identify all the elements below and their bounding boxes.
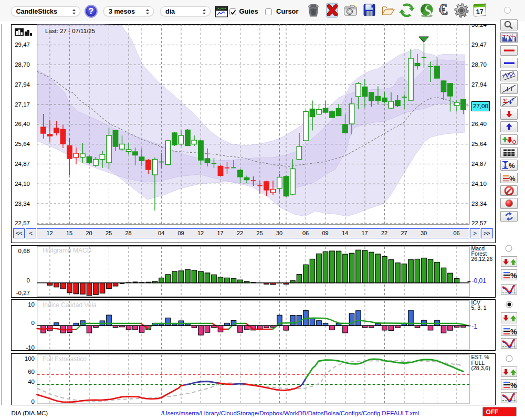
svg-text:%: %	[510, 381, 517, 390]
svg-text:%: %	[510, 327, 517, 335]
svg-text:%: %	[509, 162, 515, 170]
svg-text:€: €	[438, 2, 448, 18]
svg-text:?: ?	[89, 7, 94, 16]
svg-text:%: %	[510, 271, 517, 280]
svg-text:%: %	[509, 174, 516, 182]
svg-text:17: 17	[476, 7, 484, 16]
svg-text:Σ: Σ	[503, 97, 507, 104]
